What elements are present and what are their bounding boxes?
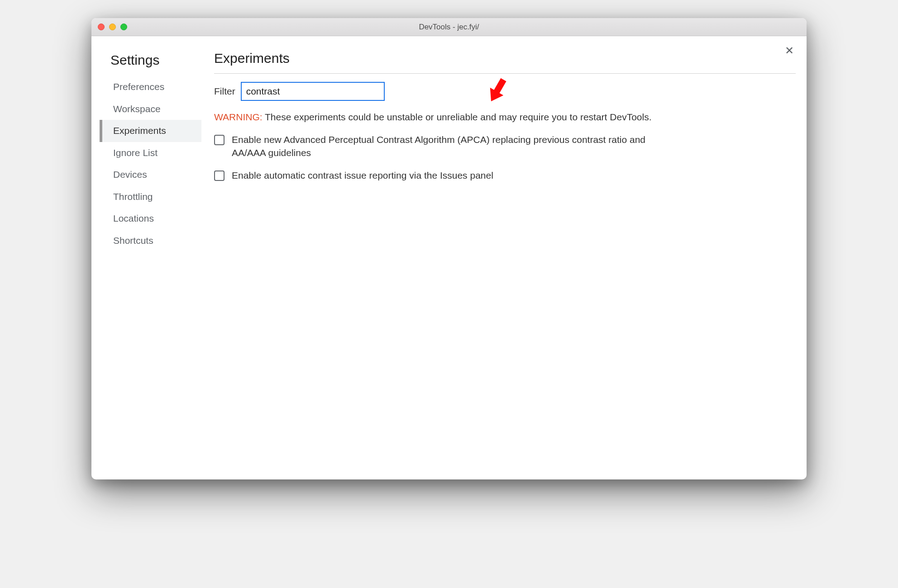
close-window-icon[interactable] xyxy=(98,24,105,30)
experiment-label: Enable new Advanced Perceptual Contrast … xyxy=(232,133,676,159)
experiment-checkbox-issues-contrast[interactable] xyxy=(214,171,224,181)
experiment-row: Enable new Advanced Perceptual Contrast … xyxy=(214,133,676,159)
sidebar-item-throttling[interactable]: Throttling xyxy=(100,186,201,208)
experiments-list: Enable new Advanced Perceptual Contrast … xyxy=(214,133,796,182)
experiment-checkbox-apca[interactable] xyxy=(214,135,224,145)
warning-body: These experiments could be unstable or u… xyxy=(265,112,651,122)
sidebar-item-workspace[interactable]: Workspace xyxy=(100,98,201,120)
sidebar-item-experiments[interactable]: Experiments xyxy=(100,120,201,142)
sidebar-item-shortcuts[interactable]: Shortcuts xyxy=(100,230,201,252)
devtools-window: DevTools - jec.fyi/ ✕ Settings Preferenc… xyxy=(91,18,807,479)
page-title: Experiments xyxy=(214,51,796,74)
filter-row: Filter xyxy=(214,82,796,101)
experiment-label: Enable automatic contrast issue reportin… xyxy=(232,169,493,182)
sidebar-item-ignore-list[interactable]: Ignore List xyxy=(100,142,201,164)
sidebar-item-devices[interactable]: Devices xyxy=(100,164,201,186)
settings-sidebar: Settings Preferences Workspace Experimen… xyxy=(100,49,201,470)
minimize-window-icon[interactable] xyxy=(109,24,116,30)
experiment-row: Enable automatic contrast issue reportin… xyxy=(214,169,676,182)
sidebar-title: Settings xyxy=(100,51,201,76)
window-title: DevTools - jec.fyi/ xyxy=(91,23,807,32)
titlebar: DevTools - jec.fyi/ xyxy=(91,18,807,36)
filter-label: Filter xyxy=(214,86,235,97)
zoom-window-icon[interactable] xyxy=(120,24,127,30)
experiments-warning: WARNING: These experiments could be unst… xyxy=(214,111,676,123)
sidebar-item-locations[interactable]: Locations xyxy=(100,208,201,230)
filter-input[interactable] xyxy=(241,82,385,101)
settings-body: ✕ Settings Preferences Workspace Experim… xyxy=(91,36,807,479)
traffic-lights xyxy=(98,24,127,30)
settings-main: Experiments Filter WARNING: These experi… xyxy=(201,49,796,470)
warning-label: WARNING: xyxy=(214,112,263,122)
sidebar-item-preferences[interactable]: Preferences xyxy=(100,76,201,98)
